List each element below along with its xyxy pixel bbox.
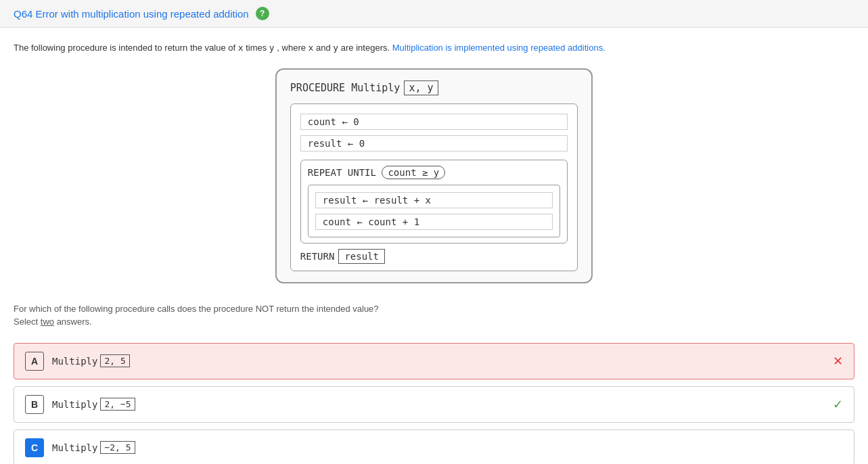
are-integers: are integers. (341, 43, 390, 53)
diagram-container: PROCEDURE Multiply x, y count ← 0 result… (14, 68, 854, 283)
repeat-header: REPEAT UNTIL count ≥ y (308, 166, 560, 179)
help-icon[interactable]: ? (256, 7, 269, 20)
code-prefix: Multiply (52, 356, 97, 367)
select-text: Select (14, 317, 38, 327)
answers-text: answers. (57, 317, 92, 327)
code-prefix: Multiply (52, 399, 97, 410)
code-params: 2, −5 (100, 398, 135, 411)
procedure-box: PROCEDURE Multiply x, y count ← 0 result… (275, 68, 593, 283)
inner-box: count ← 0 result ← 0 REPEAT UNTIL count … (290, 103, 578, 271)
var-x: x (238, 43, 244, 53)
proc-params: x, y (404, 80, 438, 95)
repeat-block: REPEAT UNTIL count ≥ y result ← result +… (300, 160, 568, 243)
answer-option-b[interactable]: BMultiply2, −5✓ (14, 386, 854, 423)
repeat-condition: count ≥ y (382, 166, 445, 179)
answer-code-c: Multiply−2, 5 (52, 441, 135, 454)
where-text: , where (277, 43, 306, 53)
and-text: and (316, 43, 331, 53)
answer-option-c[interactable]: CMultiply−2, 5 (14, 430, 854, 465)
footer-line1: For which of the following procedure cal… (14, 304, 854, 314)
answer-code-a: Multiply2, 5 (52, 354, 130, 367)
return-var: result (338, 249, 385, 264)
proc-label: PROCEDURE Multiply (290, 82, 401, 94)
page-title: Q64 Error with multiplication using repe… (14, 8, 249, 20)
repeat-inner: result ← result + x count ← count + 1 (308, 185, 560, 237)
correct-icon: ✓ (833, 397, 843, 412)
answer-letter-c: C (25, 438, 44, 457)
var-y: y (269, 43, 275, 53)
stmt-count-init: count ← 0 (300, 114, 568, 130)
answer-option-a[interactable]: AMultiply2, 5✕ (14, 343, 854, 379)
stmt-count-update: count ← count + 1 (315, 214, 553, 230)
highlight-text: Multiplication is implemented using repe… (392, 43, 606, 53)
code-params: 2, 5 (100, 354, 129, 367)
page-header: Q64 Error with multiplication using repe… (0, 0, 868, 28)
repeat-label: REPEAT UNTIL (308, 167, 376, 178)
question-footer: For which of the following procedure cal… (0, 304, 868, 336)
question-text: The following procedure is intended to r… (14, 41, 854, 55)
code-params: −2, 5 (100, 441, 135, 454)
var-x2: x (309, 43, 314, 53)
stmt-result-update: result ← result + x (315, 192, 553, 208)
answers-container: AMultiply2, 5✕BMultiply2, −5✓CMultiply−2… (0, 336, 868, 465)
procedure-header: PROCEDURE Multiply x, y (290, 80, 578, 95)
two-text: two (41, 317, 54, 327)
answer-letter-a: A (25, 352, 44, 371)
var-y2: y (333, 43, 338, 53)
content-area: The following procedure is intended to r… (0, 28, 868, 304)
question-intro: The following procedure is intended to r… (14, 43, 235, 53)
wrong-icon: ✕ (833, 354, 843, 369)
stmt-result-init: result ← 0 (300, 135, 568, 152)
return-label: RETURN (300, 251, 335, 262)
answer-letter-b: B (25, 395, 44, 414)
answer-code-b: Multiply2, −5 (52, 398, 135, 411)
times-text: times (246, 43, 267, 53)
footer-line2: Select two answers. (14, 317, 854, 327)
return-line: RETURN result (300, 249, 568, 264)
code-prefix: Multiply (52, 442, 97, 453)
